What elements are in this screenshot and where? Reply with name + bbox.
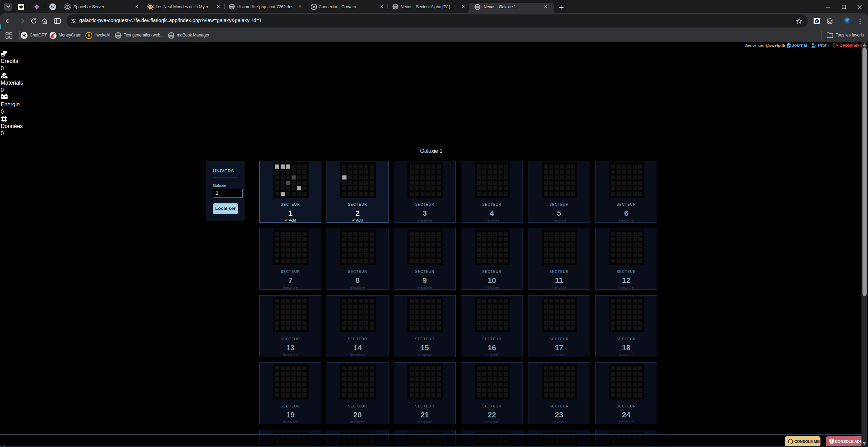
svg-text:W: W (51, 4, 55, 9)
